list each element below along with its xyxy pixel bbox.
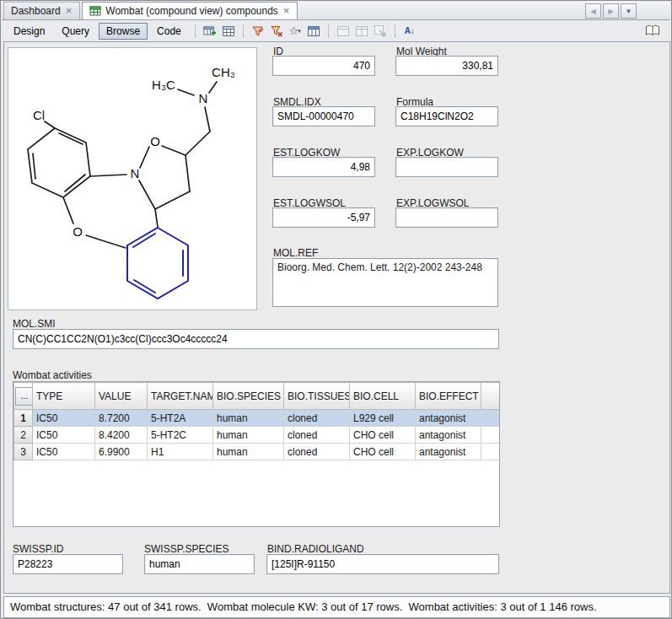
sort-icon[interactable]: A↓ [401, 23, 418, 39]
export-window-icon[interactable] [372, 23, 389, 39]
filter-edit-icon[interactable] [250, 23, 266, 39]
close-icon[interactable]: × [65, 7, 73, 15]
cell-bio-species[interactable]: human [213, 410, 284, 427]
formula-field[interactable]: C18H19ClN2O2 [395, 106, 498, 126]
cell-bio-tissuesource[interactable]: cloned [284, 444, 350, 460]
close-icon[interactable]: × [282, 7, 291, 15]
cell-bio-effect[interactable]: antagonist [416, 427, 481, 444]
row-number[interactable]: 3 [14, 444, 33, 460]
show-grid-view-icon[interactable] [305, 23, 322, 39]
est-logwsol-field[interactable]: -5,97 [272, 207, 375, 228]
row-number[interactable]: 1 [14, 410, 33, 427]
cell-bio-cell[interactable]: CHO cell [350, 444, 416, 460]
column-header-bio-effect[interactable]: BIO.EFFECT [416, 383, 481, 410]
column-header-type[interactable]: TYPE [33, 383, 95, 410]
column-header-target-name[interactable]: TARGET.NAME [148, 383, 213, 410]
row-number[interactable]: 2 [14, 427, 33, 444]
atom-label-h3c: H₃C [152, 78, 175, 92]
browse-button[interactable]: Browse [99, 23, 148, 40]
activities-label: Wombat activities [13, 369, 92, 381]
atom-label-o: O [150, 134, 160, 148]
toolbar-separator [195, 24, 196, 38]
highlighted-ring [127, 228, 188, 299]
activities-table: ... TYPE VALUE TARGET.NAME BIO.SPECIES B… [13, 381, 500, 527]
id-field[interactable]: 470 [272, 56, 375, 76]
atom-label-ch3: CH₃ [212, 65, 235, 79]
mol-ref-field[interactable]: Bioorg. Med. Chem. Lett. 12(2)-2002 243-… [272, 258, 498, 307]
table-corner-button[interactable]: ... [15, 387, 33, 406]
tab-list-button[interactable]: ▼ [621, 3, 637, 19]
layout-split-icon[interactable] [353, 23, 370, 39]
toolbar-separator [328, 24, 329, 38]
cell-bio-tissuesource[interactable]: cloned [284, 427, 350, 444]
bind-radioligand-label: BIND.RADIOLIGAND [267, 543, 364, 555]
cell-value[interactable]: 8.7200 [95, 410, 148, 427]
smdl-idx-field[interactable]: SMDL-00000470 [272, 106, 375, 126]
cell-filler [481, 444, 500, 460]
cell-target-name[interactable]: 5-HT2A [148, 410, 213, 427]
tab-scroll-controls: ◀ ▶ ▼ [585, 3, 637, 19]
chevron-down-icon: ▾ [298, 28, 301, 35]
cell-bio-species[interactable]: human [213, 444, 284, 460]
column-header-bio-cell[interactable]: BIO.CELL [350, 383, 416, 410]
star-dropdown-icon[interactable]: ☆▾ [287, 23, 304, 39]
mol-weight-field[interactable]: 330,81 [395, 56, 498, 76]
cell-filler [481, 410, 500, 427]
column-header-filler [481, 383, 500, 410]
scroll-tabs-left-button[interactable]: ◀ [585, 3, 601, 19]
app-window: Dashboard × Wombat (compound view) compo… [0, 0, 672, 619]
exp-logwsol-field[interactable] [395, 207, 498, 228]
mol-smi-field[interactable]: CN(C)CC1CC2N(O1)c3cc(Cl)ccc3Oc4ccccc24 [13, 329, 499, 349]
code-button[interactable]: Code [149, 23, 189, 40]
cell-bio-effect[interactable]: antagonist [416, 444, 481, 460]
column-header-bio-tissuesource[interactable]: BIO.TISSUESOU [284, 383, 350, 410]
tab-wombat-label: Wombat (compound view) compounds [105, 5, 278, 17]
cell-value[interactable]: 8.4200 [95, 427, 148, 444]
column-header-bio-species[interactable]: BIO.SPECIES [213, 383, 284, 410]
layout-single-icon[interactable] [335, 23, 352, 39]
green-table-icon [89, 5, 101, 17]
table-row[interactable]: 1 IC50 8.7200 5-HT2A human cloned L929 c… [14, 410, 500, 427]
tab-dashboard-label: Dashboard [11, 5, 61, 17]
cell-bio-cell[interactable]: CHO cell [350, 427, 416, 444]
exp-logkow-field[interactable] [395, 157, 498, 177]
tab-bar: Dashboard × Wombat (compound view) compo… [2, 2, 670, 20]
query-button[interactable]: Query [54, 23, 97, 40]
atom-label-n: N [131, 166, 140, 180]
table-row[interactable]: 3 IC50 6.9900 H1 human cloned CHO cell a… [14, 444, 500, 460]
swissp-id-field[interactable]: P28223 [13, 554, 123, 574]
table-row[interactable]: 2 IC50 8.4200 5-HT2C human cloned CHO ce… [14, 427, 500, 444]
toolbar: Design Query Browse Code [2, 21, 670, 40]
cell-type[interactable]: IC50 [33, 444, 95, 460]
cell-target-name[interactable]: 5-HT2C [148, 427, 213, 444]
toolbar-separator [243, 24, 244, 38]
cell-target-name[interactable]: H1 [148, 444, 213, 460]
cell-bio-species[interactable]: human [213, 427, 284, 444]
mol-ref-label: MOL.REF [273, 247, 318, 259]
est-logkow-field[interactable]: 4,98 [272, 157, 375, 177]
swissp-id-label: SWISSP.ID [13, 543, 63, 555]
atom-label-o-bridge: O [73, 224, 83, 239]
sort-letter: A [405, 26, 411, 35]
cell-bio-cell[interactable]: L929 cell [350, 410, 416, 427]
book-icon[interactable] [644, 23, 661, 39]
structure-canvas[interactable]: Cl N O O N H₃C CH₃ [8, 47, 257, 310]
tab-wombat-compounds[interactable]: Wombat (compound view) compounds × [82, 2, 298, 19]
filter-clear-icon[interactable] [268, 23, 285, 39]
molecule-drawing: Cl N O O N H₃C CH₃ [8, 48, 258, 311]
cell-bio-tissuesource[interactable]: cloned [284, 410, 350, 427]
tab-dashboard[interactable]: Dashboard × [3, 2, 80, 19]
atom-label-n-amine: N [199, 91, 208, 105]
design-button[interactable]: Design [6, 23, 52, 40]
new-table-icon[interactable] [202, 23, 218, 39]
cell-type[interactable]: IC50 [33, 427, 95, 444]
scroll-tabs-right-button[interactable]: ▶ [603, 3, 619, 19]
table-grid-icon[interactable] [220, 23, 237, 39]
swissp-species-field[interactable]: human [144, 554, 255, 574]
bind-radioligand-field[interactable]: [125I]R-91150 [266, 554, 499, 574]
cell-type[interactable]: IC50 [33, 410, 95, 427]
cell-value[interactable]: 6.9900 [95, 444, 148, 460]
column-header-value[interactable]: VALUE [95, 383, 148, 410]
cell-bio-effect[interactable]: antagonist [416, 410, 481, 427]
toolbar-separator [395, 24, 395, 38]
